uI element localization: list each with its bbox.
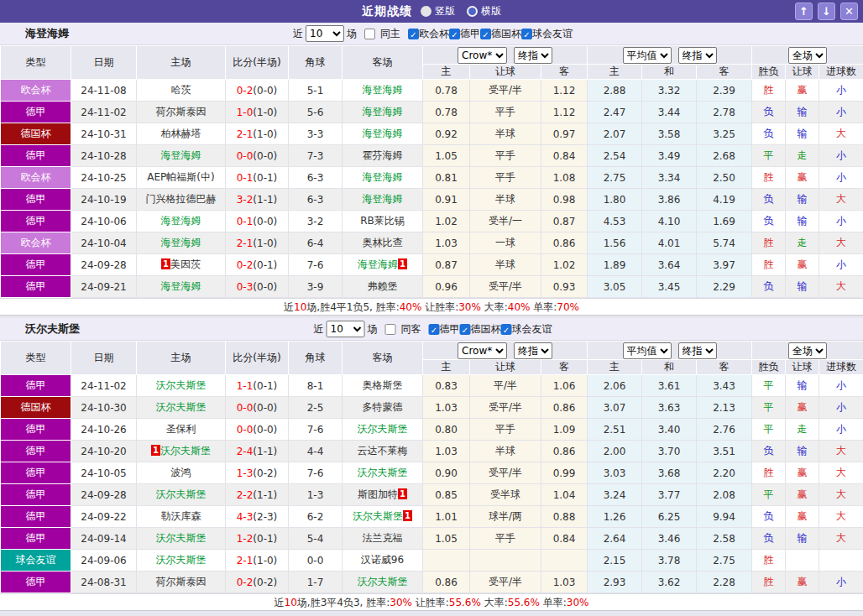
home-team-cell: 波鸿 xyxy=(137,462,226,484)
league-checkbox[interactable]: ✓ xyxy=(501,324,512,335)
date-cell: 24-10-05 xyxy=(71,462,137,484)
summary-stat-value: 55.6% xyxy=(449,597,481,608)
halftime-score: (0-0) xyxy=(253,85,277,97)
away-team-cell: 奥林比查 xyxy=(343,232,423,254)
same-venue-checkbox[interactable] xyxy=(364,29,375,39)
corner-cell: 6-4 xyxy=(289,232,343,254)
date-cell: 24-08-31 xyxy=(71,572,137,593)
arrow-down-icon: ↓ xyxy=(822,5,831,18)
fulltime-score: 1-2 xyxy=(237,533,254,545)
corner-cell: 5-4 xyxy=(289,528,343,550)
euro-time-select[interactable]: 终指 xyxy=(678,47,717,64)
recent-count-select[interactable]: 10 xyxy=(327,321,365,337)
result-goals-cell: 大 xyxy=(819,123,863,145)
result-goals-cell: 小 xyxy=(819,145,863,167)
type-badge-cell: 德甲 xyxy=(1,145,71,167)
type-badge-cell: 德甲 xyxy=(1,211,71,232)
euro-odds-header-wrap: 平均值终指 xyxy=(588,47,751,64)
ah-away-odds-cell: 0.86 xyxy=(541,441,588,462)
result-goals-cell xyxy=(819,550,863,572)
recent-results-panel: 近期战绩 竖版 横版 ↑ ↓ ✕ 海登海姆近10场同主✓欧会杯✓德甲✓德国杯✓球… xyxy=(0,0,863,616)
eu-away-odds-cell: 1.69 xyxy=(697,211,752,232)
league-checkbox[interactable]: ✓ xyxy=(408,29,419,39)
away-team-cell: 海登海姆1 xyxy=(343,254,423,276)
home-team-cell: 沃尔夫斯堡 xyxy=(137,528,226,550)
type-badge-cell: 德甲 xyxy=(1,254,71,276)
result-handicap-cell: 走 xyxy=(786,145,819,167)
away-team-cell: 多特蒙德 xyxy=(343,397,423,419)
ah-home-odds-cell: 0.78 xyxy=(423,80,470,102)
league-filter-list: ✓德甲✓德国杯✓球会友谊 xyxy=(429,322,552,337)
home-team-cell-name: 荷尔斯泰因 xyxy=(156,106,207,117)
result-handicap-cell: 走 xyxy=(786,419,819,441)
filter-controls: 近10场同主✓欧会杯✓德甲✓德国杯✓球会友谊 xyxy=(290,23,573,44)
league-checkbox[interactable]: ✓ xyxy=(449,29,460,39)
euro-time-select[interactable]: 终指 xyxy=(678,342,717,359)
league-label: 德国杯 xyxy=(491,27,521,41)
ah-away-odds-cell: 0.87 xyxy=(541,211,588,232)
move-down-button[interactable]: ↓ xyxy=(818,3,835,20)
table-row: 德甲24-08-31荷尔斯泰因0-2(0-2)1-7沃尔夫斯堡0.86受平/半1… xyxy=(1,572,863,593)
league-checkbox[interactable]: ✓ xyxy=(521,29,532,39)
games-label: 场 xyxy=(368,322,378,337)
radio-vertical[interactable]: 竖版 xyxy=(421,4,455,18)
score-cell: 2-2(1-1) xyxy=(226,484,289,506)
col-header-3: 比分(半场) xyxy=(226,46,289,80)
type-badge-cell: 德甲 xyxy=(1,462,71,484)
close-button[interactable]: ✕ xyxy=(840,3,858,20)
col-header-4: 角球 xyxy=(289,46,343,80)
table-row: 德甲24-10-26圣保利0-0(0-0)7-6沃尔夫斯堡0.80平手1.092… xyxy=(1,419,863,441)
col-header-5: 客场 xyxy=(343,342,423,375)
euro-source-select[interactable]: 平均值 xyxy=(623,47,672,64)
result-goals-cell: 小 xyxy=(819,167,863,189)
away-team-cell: 斯图加特1 xyxy=(343,484,423,506)
type-badge-cell: 德国杯 xyxy=(1,123,71,145)
result-handicap-cell: 赢 xyxy=(786,462,819,484)
result-wdl-cell: 胜 xyxy=(752,462,786,484)
eu-home-odds-cell: 3.03 xyxy=(588,462,642,484)
eu-draw-odds-cell: 4.01 xyxy=(642,232,697,254)
eu-away-odds-cell: 2.08 xyxy=(697,484,752,506)
same-venue-checkbox[interactable] xyxy=(385,324,396,335)
odds-source-select[interactable]: Crow* xyxy=(458,47,507,64)
radio-horizontal[interactable]: 横版 xyxy=(467,4,501,18)
league-filter-item: ✓德甲 xyxy=(429,322,460,337)
home-team-cell-name: 沃尔夫斯堡 xyxy=(160,445,211,457)
odds-time-select[interactable]: 终指 xyxy=(514,342,552,359)
res-col-header: 胜负 xyxy=(752,65,786,80)
eu-col-header: 主 xyxy=(588,65,642,80)
scope-select[interactable]: 全场 xyxy=(788,342,827,359)
radio-selected-icon[interactable] xyxy=(421,6,432,17)
scope-select[interactable]: 全场 xyxy=(788,47,827,64)
eu-home-odds-cell: 2.88 xyxy=(588,80,642,102)
summary-text: 大率: xyxy=(481,301,508,313)
score-cell: 4-3(2-3) xyxy=(226,506,289,528)
odds-source-select[interactable]: Crow* xyxy=(458,342,507,359)
corner-cell: 7-6 xyxy=(289,254,343,276)
eu-away-odds-cell: 2.78 xyxy=(697,102,752,123)
result-wdl-cell: 平 xyxy=(752,397,786,419)
score-cell: 3-2(1-1) xyxy=(226,189,289,211)
league-checkbox[interactable]: ✓ xyxy=(460,324,471,335)
away-team-cell-name: 斯图加特 xyxy=(358,488,398,500)
date-cell: 24-09-14 xyxy=(71,528,137,550)
res-col-header: 让球 xyxy=(786,360,819,375)
home-team-cell: 海登海姆 xyxy=(137,232,226,254)
ah-col-header: 让球 xyxy=(470,65,541,80)
table-row: 欧会杯24-11-08哈茨0-2(0-0)5-1海登海姆0.78受平/半1.12… xyxy=(1,80,863,102)
odds-time-select[interactable]: 终指 xyxy=(514,47,552,64)
euro-source-select[interactable]: 平均值 xyxy=(623,342,672,359)
recent-count-select[interactable]: 10 xyxy=(306,25,344,42)
move-up-button[interactable]: ↑ xyxy=(795,3,813,20)
fulltime-score: 2-1 xyxy=(237,555,254,566)
ah-home-odds-cell: 1.05 xyxy=(423,145,470,167)
result-goals-cell: 大 xyxy=(819,441,863,462)
away-team-cell-name: 云达不莱梅 xyxy=(358,445,408,457)
radio-unselected-icon[interactable] xyxy=(467,6,478,17)
league-checkbox[interactable]: ✓ xyxy=(480,29,491,39)
ah-home-odds-cell: 1.03 xyxy=(423,441,470,462)
eu-home-odds-cell: 2.07 xyxy=(588,123,642,145)
result-wdl-cell: 平 xyxy=(752,419,786,441)
near-label: 近 xyxy=(293,27,303,41)
league-checkbox[interactable]: ✓ xyxy=(429,324,440,335)
